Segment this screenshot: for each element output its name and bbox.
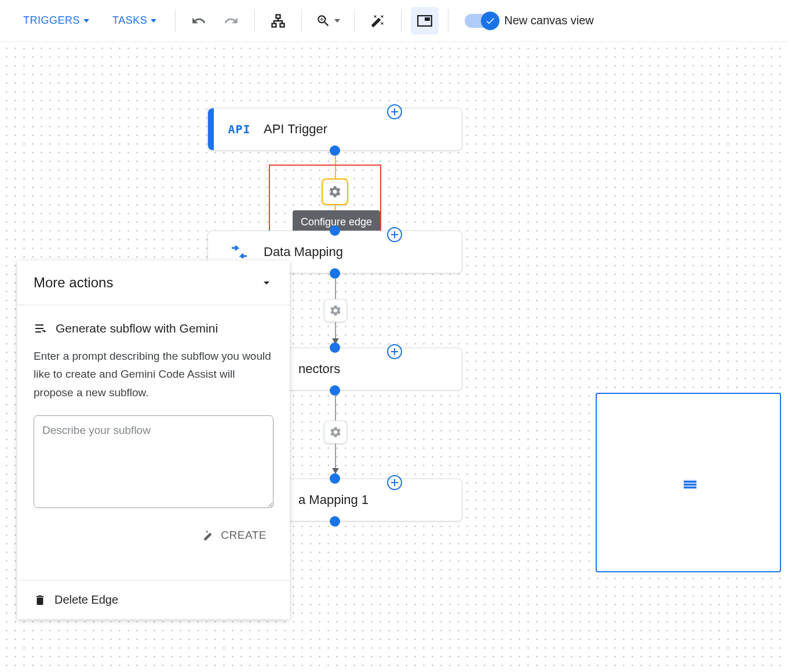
more-actions-panel: More actions Generate subflow with Gemin… [17, 261, 290, 619]
caret-down-icon [83, 19, 89, 23]
generate-list-icon [34, 322, 48, 335]
separator [175, 9, 176, 32]
port-top[interactable] [330, 342, 340, 353]
canvas[interactable]: API API Trigger Configure edge Data Mapp… [0, 42, 788, 672]
port-bottom[interactable] [330, 268, 340, 279]
toggle-switch[interactable] [465, 14, 497, 28]
subflow-prompt-input[interactable] [34, 415, 273, 508]
tasks-dropdown[interactable]: TASKS [103, 10, 166, 31]
undo-icon [191, 13, 206, 28]
zoom-in-icon [316, 13, 331, 28]
separator [254, 9, 255, 32]
add-node-button[interactable] [387, 475, 402, 490]
toolbar: TRIGGERS TASKS [0, 0, 788, 42]
edge-line [335, 395, 336, 421]
magic-wand-icon [203, 529, 215, 541]
api-icon: API [227, 122, 252, 136]
edge-line [335, 444, 336, 469]
canvas-view-toggle[interactable]: New canvas view [465, 14, 594, 28]
delete-edge-button[interactable]: Delete Edge [17, 580, 290, 619]
triggers-label: TRIGGERS [23, 14, 80, 27]
node-label: Data Mapping [264, 244, 343, 260]
chevron-down-icon [260, 276, 273, 290]
redo-button[interactable] [217, 7, 245, 35]
minimap-toggle-button[interactable] [411, 7, 439, 35]
create-button[interactable]: CREATE [196, 524, 273, 546]
port-bottom[interactable] [330, 385, 340, 396]
svg-rect-4 [425, 17, 430, 21]
magic-wand-icon [371, 14, 385, 28]
generate-description: Enter a prompt describing the subflow yo… [34, 347, 273, 401]
hierarchy-icon [270, 13, 286, 29]
svg-rect-1 [272, 23, 276, 27]
port-bottom[interactable] [330, 516, 340, 527]
configure-edge-button[interactable] [324, 299, 347, 322]
minimap-viewport [684, 480, 696, 489]
redo-icon [224, 13, 239, 28]
node-api-trigger[interactable]: API API Trigger [207, 108, 462, 151]
triggers-dropdown[interactable]: TRIGGERS [14, 10, 99, 31]
panel-body: Generate subflow with Gemini Enter a pro… [17, 305, 290, 563]
caret-down-icon [151, 19, 156, 23]
toggle-knob [481, 12, 499, 30]
minimap[interactable] [596, 393, 781, 572]
separator [301, 9, 302, 32]
node-accent [208, 108, 214, 150]
minimap-icon [417, 15, 432, 27]
check-icon [485, 16, 495, 26]
gear-icon [329, 304, 342, 317]
toggle-label: New canvas view [504, 14, 594, 27]
node-label: a Mapping 1 [298, 492, 369, 507]
edge-line [335, 278, 336, 299]
node-label: API Trigger [264, 122, 327, 137]
undo-button[interactable] [185, 7, 213, 35]
trash-icon [34, 594, 46, 607]
port-top[interactable] [330, 225, 340, 236]
zoom-button[interactable] [311, 7, 345, 35]
svg-rect-2 [280, 23, 284, 27]
gear-icon [329, 426, 342, 439]
separator [401, 9, 402, 32]
separator [354, 9, 355, 32]
caret-down-icon [334, 19, 340, 23]
add-node-button[interactable] [387, 344, 402, 359]
data-mapping-icon [227, 246, 252, 258]
panel-title: More actions [34, 275, 113, 291]
edge-line [335, 322, 336, 339]
separator [448, 9, 448, 32]
add-node-button[interactable] [387, 227, 402, 242]
node-label: nectors [298, 361, 340, 377]
panel-header[interactable]: More actions [17, 261, 290, 305]
add-node-button[interactable] [387, 104, 402, 119]
configure-edge-button[interactable] [324, 421, 347, 444]
layout-button[interactable] [264, 7, 292, 35]
generate-heading: Generate subflow with Gemini [34, 322, 273, 335]
port-bottom[interactable] [330, 145, 340, 156]
magic-wand-button[interactable] [364, 7, 392, 35]
tasks-label: TASKS [112, 14, 147, 27]
port-top[interactable] [330, 473, 340, 484]
svg-rect-0 [276, 14, 280, 18]
